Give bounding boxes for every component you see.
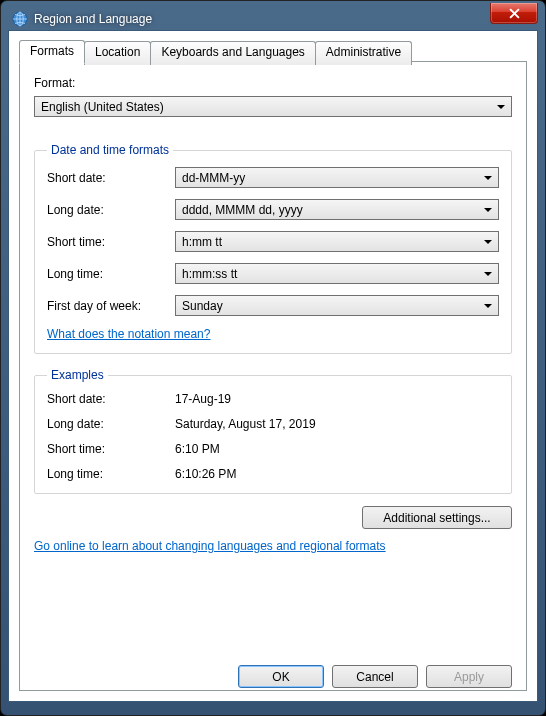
tab-formats[interactable]: Formats [19, 40, 85, 64]
online-help-link[interactable]: Go online to learn about changing langua… [34, 539, 386, 553]
long-date-value: dddd, MMMM dd, yyyy [182, 203, 303, 217]
long-date-label: Long date: [47, 203, 175, 217]
long-time-value: h:mm:ss tt [182, 267, 237, 281]
ex-long-time-value: 6:10:26 PM [175, 467, 236, 481]
chevron-down-icon [497, 105, 505, 109]
format-select-value: English (United States) [41, 100, 164, 114]
tabstrip: Formats Location Keyboards and Languages… [19, 40, 527, 64]
chevron-down-icon [484, 272, 492, 276]
first-day-label: First day of week: [47, 299, 175, 313]
ok-button[interactable]: OK [238, 665, 324, 688]
client-area: Formats Location Keyboards and Languages… [8, 30, 538, 702]
short-date-select[interactable]: dd-MMM-yy [175, 167, 499, 188]
examples-group: Examples Short date: 17-Aug-19 Long date… [34, 368, 512, 494]
examples-legend: Examples [47, 368, 108, 382]
ex-short-time-label: Short time: [47, 442, 175, 456]
short-time-select[interactable]: h:mm tt [175, 231, 499, 252]
notation-link[interactable]: What does the notation mean? [47, 327, 210, 341]
close-button[interactable] [490, 3, 538, 24]
cancel-button[interactable]: Cancel [332, 665, 418, 688]
short-time-label: Short time: [47, 235, 175, 249]
titlebar[interactable]: Region and Language [8, 8, 538, 30]
ex-long-time-label: Long time: [47, 467, 175, 481]
ex-long-date-label: Long date: [47, 417, 175, 431]
date-time-formats-legend: Date and time formats [47, 143, 173, 157]
close-icon [509, 8, 520, 19]
long-time-label: Long time: [47, 267, 175, 281]
date-time-formats-group: Date and time formats Short date: dd-MMM… [34, 143, 512, 354]
additional-settings-button[interactable]: Additional settings... [362, 506, 512, 529]
ex-short-time-value: 6:10 PM [175, 442, 220, 456]
ex-short-date-label: Short date: [47, 392, 175, 406]
apply-button[interactable]: Apply [426, 665, 512, 688]
ex-long-date-value: Saturday, August 17, 2019 [175, 417, 316, 431]
format-select[interactable]: English (United States) [34, 96, 512, 117]
short-date-value: dd-MMM-yy [182, 171, 245, 185]
chevron-down-icon [484, 304, 492, 308]
ex-short-date-value: 17-Aug-19 [175, 392, 231, 406]
region-language-window: Region and Language Formats Location Key… [0, 0, 546, 716]
first-day-value: Sunday [182, 299, 223, 313]
tab-location[interactable]: Location [84, 41, 151, 65]
long-date-select[interactable]: dddd, MMMM dd, yyyy [175, 199, 499, 220]
long-time-select[interactable]: h:mm:ss tt [175, 263, 499, 284]
dialog-buttons: OK Cancel Apply [238, 665, 512, 688]
chevron-down-icon [484, 240, 492, 244]
app-icon [12, 11, 28, 27]
tab-administrative[interactable]: Administrative [315, 41, 412, 65]
short-date-label: Short date: [47, 171, 175, 185]
format-label: Format: [34, 76, 512, 90]
window-title: Region and Language [34, 12, 152, 26]
first-day-select[interactable]: Sunday [175, 295, 499, 316]
tab-keyboards-languages[interactable]: Keyboards and Languages [150, 41, 315, 65]
short-time-value: h:mm tt [182, 235, 222, 249]
chevron-down-icon [484, 208, 492, 212]
chevron-down-icon [484, 176, 492, 180]
tabpanel-formats: Format: English (United States) Date and… [19, 61, 527, 691]
